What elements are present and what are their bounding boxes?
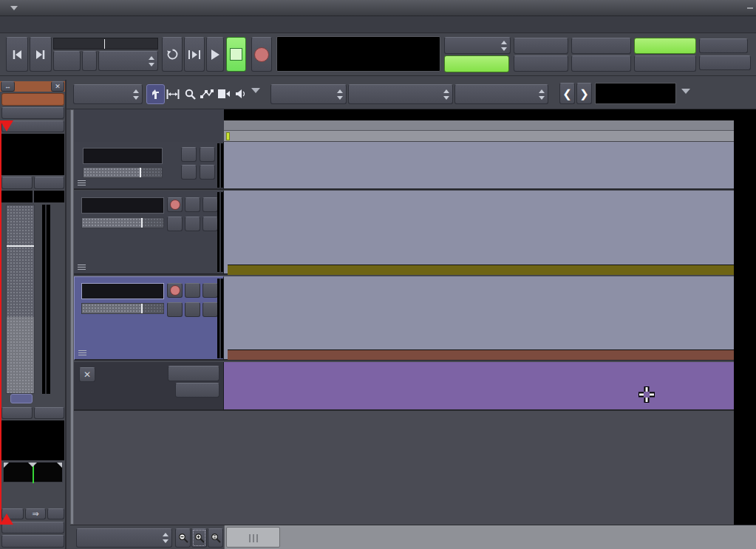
rec-enable-button-audio[interactable] [167, 283, 183, 298]
shuttle-control[interactable] [53, 38, 158, 50]
automation-lane-header[interactable]: ✕ [74, 362, 224, 411]
automation-lane-content[interactable] [224, 362, 734, 411]
strip-channels-button[interactable] [1, 107, 64, 119]
track-name-audio[interactable] [81, 283, 164, 299]
shuttle-units-button[interactable] [82, 51, 97, 71]
track-name-swr[interactable] [81, 197, 164, 214]
start-marker-flag-icon[interactable] [226, 132, 230, 140]
titlebar[interactable] [0, 0, 756, 16]
click-button[interactable] [634, 55, 696, 72]
strip-name-button[interactable] [1, 93, 64, 106]
ruler-label-timecode[interactable] [74, 109, 220, 120]
auto-button-audio[interactable] [185, 302, 200, 317]
lane-close-button[interactable]: ✕ [79, 367, 95, 382]
mouse-mode-range-button[interactable] [166, 86, 180, 102]
h-scrollbar-track[interactable] [224, 525, 756, 549]
play-range-button[interactable] [184, 37, 205, 72]
timecode-ruler[interactable] [224, 109, 734, 120]
audition-indicator-button[interactable] [699, 55, 751, 70]
track-fader-master[interactable] [83, 167, 163, 178]
write-button-swr[interactable] [167, 216, 183, 231]
zoom-out-button[interactable] [175, 528, 191, 548]
solo-indicator-button[interactable] [699, 38, 748, 53]
automation-clear-button[interactable] [175, 383, 219, 398]
spinner-icon[interactable] [162, 532, 170, 544]
editor-canvas-empty[interactable] [74, 411, 734, 525]
track-resize-grip[interactable] [78, 265, 86, 270]
h-scrollbar-thumb[interactable] [226, 527, 280, 548]
spinner-icon[interactable] [443, 89, 451, 100]
snap-unit-dropdown[interactable] [348, 84, 453, 104]
track-fader-audio[interactable] [81, 303, 164, 314]
group-button-swr[interactable] [202, 216, 218, 231]
auto-play-button[interactable] [571, 38, 631, 54]
region-name-bar-swr[interactable] [228, 265, 734, 275]
mute-button-swr[interactable] [185, 197, 200, 212]
strip-mute-button[interactable] [1, 177, 33, 189]
nudge-back-button[interactable]: ❮ [559, 83, 575, 104]
minimize-icon[interactable] [747, 7, 753, 9]
spinner-icon[interactable] [132, 89, 140, 100]
mouse-mode-draw-button[interactable] [199, 86, 215, 102]
mouse-mode-audition-button[interactable] [233, 86, 248, 102]
fader-handle[interactable] [7, 317, 34, 393]
track-header-swr[interactable] [74, 191, 224, 275]
zoom-in-button[interactable] [191, 528, 207, 548]
main-clock[interactable] [276, 36, 440, 72]
marker-ruler[interactable] [224, 131, 734, 142]
track-fader-swr[interactable] [81, 217, 164, 228]
mute-button-master[interactable] [181, 147, 197, 162]
shuttle-stop-button[interactable] [53, 51, 81, 71]
auto-button-master[interactable] [181, 165, 197, 180]
automation-write-button[interactable] [168, 366, 219, 381]
stop-button[interactable] [226, 37, 246, 72]
strip-output-display[interactable] [1, 420, 64, 460]
punch-in-button[interactable] [514, 38, 568, 54]
auto-input-button[interactable] [634, 38, 696, 54]
spinner-icon[interactable] [336, 89, 344, 100]
strip-solo-button[interactable] [34, 177, 64, 189]
goto-end-button[interactable] [30, 37, 52, 72]
track-resize-grip[interactable] [78, 180, 86, 186]
playhead-line[interactable] [0, 120, 1, 525]
panner[interactable] [3, 462, 63, 482]
zoom-fit-button[interactable] [208, 528, 223, 548]
spinner-icon[interactable] [500, 40, 508, 52]
gain-automation-button[interactable] [10, 394, 33, 403]
panner-direction-button[interactable]: ⇒ [25, 508, 46, 519]
nudge-forward-button[interactable]: ❯ [576, 83, 592, 104]
write-button-audio[interactable] [167, 302, 183, 317]
nudge-expand-icon[interactable] [681, 89, 690, 94]
track-content-swr[interactable] [224, 191, 734, 275]
strip-input-display[interactable] [1, 134, 64, 175]
spinner-icon[interactable] [538, 89, 546, 100]
goto-start-button[interactable] [6, 37, 28, 72]
metering-point-button[interactable] [34, 407, 64, 419]
track-content-master[interactable] [224, 142, 734, 190]
track-resize-grip[interactable] [78, 350, 86, 356]
track-header-master[interactable] [74, 142, 224, 190]
loop-punch-ruler[interactable] [224, 120, 734, 131]
rec-enable-button-swr[interactable] [167, 197, 183, 212]
toolbar-expand-icon[interactable] [251, 88, 260, 93]
solo-button-audio[interactable] [202, 283, 218, 298]
region-name-bar-audio[interactable] [228, 349, 734, 360]
mouse-mode-object-button[interactable] [146, 84, 165, 104]
ruler-label-loop-punch[interactable] [74, 120, 220, 130]
loop-button[interactable] [162, 37, 183, 72]
sync-source-dropdown[interactable] [444, 37, 511, 54]
playhead-bottom-marker[interactable] [0, 514, 13, 525]
play-button[interactable] [206, 37, 224, 72]
side-panel[interactable] [734, 109, 756, 525]
track-header-audio[interactable] [74, 276, 224, 361]
zoom-focus-dropdown[interactable] [76, 528, 172, 548]
mouse-mode-timefx-button[interactable] [216, 86, 232, 102]
strip-close-button[interactable]: ✕ [51, 81, 64, 92]
track-content-audio[interactable] [224, 276, 734, 361]
gain-fader[interactable] [6, 205, 35, 394]
strip-width-button[interactable]: ↔ [1, 81, 15, 92]
peak-display[interactable] [34, 191, 64, 202]
spinner-icon[interactable] [148, 55, 156, 67]
mute-button-audio[interactable] [185, 283, 200, 298]
auto-return-button[interactable] [571, 55, 631, 72]
